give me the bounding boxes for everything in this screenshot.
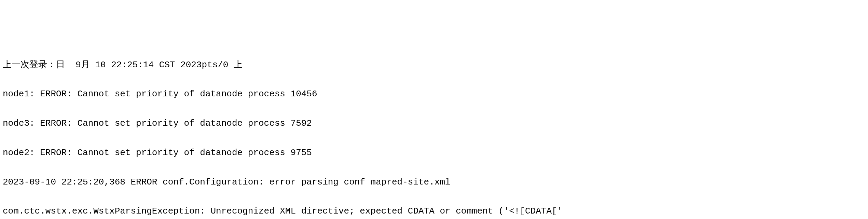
terminal-line: node3: ERROR: Cannot set priority of dat… (3, 119, 865, 128)
terminal-line: 2023-09-10 22:25:20,368 ERROR conf.Confi… (3, 177, 865, 187)
terminal-output: 上一次登录：日 9月 10 22:25:14 CST 2023pts/0 上 n… (3, 40, 865, 219)
terminal-line: com.ctc.wstx.exc.WstxParsingException: U… (3, 206, 865, 216)
terminal-line: node1: ERROR: Cannot set priority of dat… (3, 89, 865, 99)
terminal-line: node2: ERROR: Cannot set priority of dat… (3, 148, 865, 158)
terminal-line: 上一次登录：日 9月 10 22:25:14 CST 2023pts/0 上 (3, 60, 865, 70)
